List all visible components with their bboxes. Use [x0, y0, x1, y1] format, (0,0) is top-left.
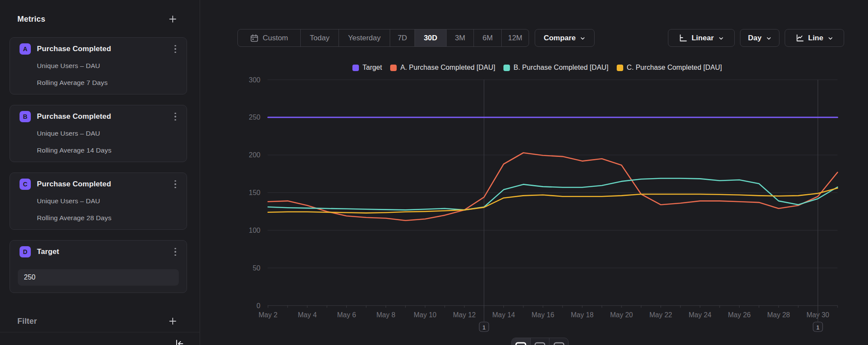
y-axis-label: 50 — [253, 264, 260, 272]
add-metric-button[interactable] — [168, 14, 178, 24]
table-panel-icon — [534, 342, 546, 345]
metric-title: Target — [37, 247, 172, 256]
metric-card-header: C Purchase Completed — [20, 179, 179, 190]
metric-card-b[interactable]: B Purchase Completed Unique Users – DAU … — [10, 105, 187, 162]
metric-badge: B — [20, 111, 31, 122]
x-axis-label: May 2 — [259, 311, 278, 319]
x-axis-label: May 26 — [728, 311, 751, 319]
x-axis-label: May 18 — [571, 311, 594, 319]
metric-card-header: B Purchase Completed — [20, 111, 179, 122]
plus-icon — [168, 317, 177, 325]
x-axis-label: May 4 — [298, 311, 317, 319]
metric-transform[interactable]: Rolling Average 28 Days — [37, 214, 179, 222]
metric-badge: A — [20, 43, 31, 55]
y-axis-label: 150 — [249, 189, 260, 196]
table-panel-button[interactable] — [531, 338, 550, 345]
metric-measure[interactable]: Unique Users – DAU — [37, 62, 179, 70]
x-axis-label: May 8 — [376, 311, 395, 319]
metric-measure[interactable]: Unique Users – DAU — [37, 197, 179, 205]
x-axis-label: May 6 — [337, 311, 356, 319]
x-axis-label: May 14 — [492, 311, 515, 319]
kebab-menu-icon[interactable] — [172, 247, 179, 257]
x-axis-label: May 12 — [453, 311, 476, 319]
metric-transform[interactable]: Rolling Average 7 Days — [37, 79, 179, 87]
blank-panel-icon — [553, 342, 565, 345]
chart-panel-button[interactable] — [512, 338, 531, 345]
kebab-menu-icon[interactable] — [172, 179, 179, 189]
x-axis-label: May 24 — [689, 311, 712, 319]
kebab-menu-icon[interactable] — [172, 44, 179, 54]
x-axis-label: May 16 — [532, 311, 555, 319]
sidebar-header: Metrics — [0, 0, 200, 24]
y-axis-label: 300 — [249, 76, 260, 84]
metric-measure[interactable]: Unique Users – DAU — [37, 130, 179, 137]
series-line-b[interactable] — [268, 179, 838, 210]
y-axis-label: 250 — [249, 114, 260, 121]
metric-card-header: D Target — [20, 246, 179, 257]
panel-view-switcher — [511, 338, 569, 345]
blank-panel-button[interactable] — [549, 338, 568, 345]
y-axis-label: 200 — [249, 151, 260, 159]
kebab-menu-icon[interactable] — [172, 112, 179, 121]
metric-title: Purchase Completed — [37, 45, 172, 53]
collapse-sidebar-icon[interactable] — [174, 338, 185, 345]
metric-card-d-target[interactable]: D Target 250 — [10, 240, 187, 293]
metric-card-a[interactable]: A Purchase Completed Unique Users – DAU … — [10, 37, 187, 94]
x-axis-label: May 10 — [414, 311, 437, 319]
sidebar-divider — [0, 332, 200, 332]
annotation-badge-count: 1 — [482, 324, 486, 331]
annotation-badge-count: 1 — [816, 324, 820, 331]
metric-card-header: A Purchase Completed — [20, 43, 179, 55]
metrics-sidebar: Metrics A Purchase Completed Unique User… — [0, 0, 200, 345]
target-value-input[interactable]: 250 — [18, 269, 179, 286]
chart-panel: CustomTodayYesterday7D30D3M6M12M Compare… — [200, 0, 868, 345]
x-axis-label: May 22 — [649, 311, 672, 319]
chart-panel-icon — [515, 342, 526, 345]
plus-icon — [168, 15, 177, 23]
sidebar-title: Metrics — [17, 15, 45, 24]
y-axis-label: 100 — [249, 227, 260, 234]
add-filter-button[interactable] — [168, 316, 178, 326]
x-axis-label: May 20 — [610, 311, 633, 319]
metric-badge: C — [20, 179, 31, 190]
metric-transform[interactable]: Rolling Average 14 Days — [37, 146, 179, 154]
metric-title: Purchase Completed — [37, 112, 172, 121]
y-axis-label: 0 — [256, 302, 260, 309]
line-chart[interactable]: 050100150200250300May 2May 4May 6May 8Ma… — [200, 0, 868, 345]
metric-card-c[interactable]: C Purchase Completed Unique Users – DAU … — [10, 172, 187, 230]
metric-title: Purchase Completed — [37, 180, 172, 189]
filter-title: Filter — [17, 317, 37, 326]
metric-badge: D — [20, 246, 31, 257]
filter-section: Filter — [17, 316, 178, 327]
x-axis-label: May 28 — [767, 311, 790, 319]
